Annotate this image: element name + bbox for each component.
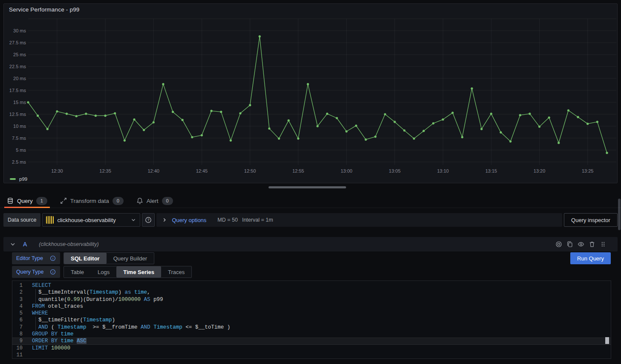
svg-text:10 ms: 10 ms xyxy=(13,124,26,129)
tab-label: Query xyxy=(17,198,33,204)
query-card-header: A (clickhouse-observability) xyxy=(3,237,618,251)
panel-title: Service Performance - p99 xyxy=(9,6,80,13)
legend-series-label[interactable]: p99 xyxy=(19,176,27,182)
code-line-11[interactable]: 11 xyxy=(12,352,611,358)
grafana-panel-edit-view: { "panel": { "title": "Service Performan… xyxy=(0,0,621,364)
query-inspector-button[interactable]: Query inspector xyxy=(564,213,618,227)
drag-handle-icon[interactable] xyxy=(600,241,607,248)
svg-text:i: i xyxy=(52,257,53,260)
code-text: quantile(0.99)(Duration)/1000000 AS p99 xyxy=(23,296,163,303)
line-number: 8 xyxy=(12,331,23,338)
timeseries-panel: 12:3012:3512:4012:4512:5012:5513:0013:05… xyxy=(3,3,618,183)
line-number: 3 xyxy=(12,296,23,303)
svg-text:12:50: 12:50 xyxy=(244,168,256,173)
code-line-5[interactable]: 5WHERE xyxy=(12,310,611,317)
collapse-query-icon[interactable] xyxy=(9,241,16,248)
code-line-6[interactable]: 6 $__timeFilter(Timestamp) xyxy=(12,317,611,324)
legend-series-swatch xyxy=(10,178,16,180)
info-icon[interactable]: i xyxy=(50,255,56,261)
code-text xyxy=(23,352,32,358)
transform-icon xyxy=(60,197,67,204)
code-text: GROUP BY time xyxy=(23,331,74,338)
code-text: WHERE xyxy=(23,310,48,317)
svg-text:i: i xyxy=(52,270,53,274)
run-query-button[interactable]: Run Query xyxy=(570,252,611,264)
tab-count-badge: 1 xyxy=(36,197,47,205)
line-number: 6 xyxy=(12,317,23,324)
info-icon[interactable]: i xyxy=(50,269,56,275)
bell-icon xyxy=(136,197,143,204)
datasource-help-button[interactable]: ? xyxy=(142,213,155,227)
max-data-points-value: MD = 50 xyxy=(217,217,238,223)
code-line-3[interactable]: 3 quantile(0.99)(Duration)/1000000 AS p9… xyxy=(12,296,611,303)
svg-text:17.5 ms: 17.5 ms xyxy=(9,88,26,93)
editor-type-label: Editor Type xyxy=(16,255,43,261)
tab-label: Alert xyxy=(147,198,159,204)
svg-text:12.5 ms: 12.5 ms xyxy=(9,112,26,117)
code-line-7[interactable]: 7 AND ( Timestamp >= $__fromTime AND Tim… xyxy=(12,324,611,331)
query-type-table[interactable]: Table xyxy=(64,266,91,277)
disable-icon[interactable] xyxy=(555,241,562,248)
tab-transform-data[interactable]: Transform data0 xyxy=(58,194,126,208)
latency-chart[interactable]: 12:3012:3512:4012:4512:5012:5513:0013:05… xyxy=(4,4,618,184)
svg-text:5 ms: 5 ms xyxy=(16,147,26,153)
query-options-toggle[interactable]: Query options xyxy=(172,217,206,223)
query-type-label-box: Query Type i xyxy=(12,266,60,278)
query-options-strip: Query options MD = 50 Interval = 1m xyxy=(156,213,562,227)
trash-icon[interactable] xyxy=(589,241,595,248)
code-line-4[interactable]: 4FROM otel_traces xyxy=(12,303,611,310)
query-type-time-series[interactable]: Time Series xyxy=(116,266,161,277)
chart-legend[interactable]: p99 xyxy=(10,176,27,182)
code-text: ORDER BY time ASC xyxy=(23,338,87,344)
code-line-10[interactable]: 10LIMIT 100000 xyxy=(12,345,611,352)
query-ref-id[interactable]: A xyxy=(23,241,27,248)
editor-type-group: SQL EditorQuery Builder xyxy=(64,252,154,264)
code-line-2[interactable]: 2 $__timeInterval(Timestamp) as time, xyxy=(12,289,611,296)
line-number: 2 xyxy=(12,289,23,296)
query-type-row: Query Type i TableLogsTime SeriesTraces xyxy=(12,266,192,278)
svg-text:20 ms: 20 ms xyxy=(13,76,26,81)
svg-text:22.5 ms: 22.5 ms xyxy=(9,64,26,69)
edit-pane-tabs: Query1Transform data0Alert0 xyxy=(0,194,621,208)
help-icon: ? xyxy=(145,217,152,223)
line-number: 7 xyxy=(12,324,23,331)
tab-alert[interactable]: Alert0 xyxy=(134,194,176,208)
tab-query[interactable]: Query1 xyxy=(4,194,50,208)
svg-text:13:15: 13:15 xyxy=(485,168,497,173)
code-line-9[interactable]: 9ORDER BY time ASC xyxy=(12,338,611,344)
code-text: SELECT xyxy=(23,282,51,289)
code-line-8[interactable]: 8GROUP BY time xyxy=(12,331,611,338)
duplicate-icon[interactable] xyxy=(566,241,573,248)
code-line-1[interactable]: 1SELECT xyxy=(12,282,611,289)
editor-type-row: Editor Type i SQL EditorQuery Builder xyxy=(12,252,154,264)
line-number: 11 xyxy=(12,352,23,358)
svg-text:27.5 ms: 27.5 ms xyxy=(9,40,26,45)
query-type-logs[interactable]: Logs xyxy=(91,266,116,277)
line-number: 5 xyxy=(12,310,23,317)
datasource-picker[interactable]: clickhouse-observability xyxy=(42,213,140,227)
editor-type-sql-editor[interactable]: SQL Editor xyxy=(64,253,107,264)
svg-text:13:05: 13:05 xyxy=(389,168,401,173)
svg-text:12:30: 12:30 xyxy=(51,168,63,173)
eye-icon[interactable] xyxy=(578,241,584,248)
sql-code-editor[interactable]: 1SELECT2 $__timeInterval(Timestamp) as t… xyxy=(12,280,611,359)
interval-value: Interval = 1m xyxy=(242,217,273,223)
code-text: AND ( Timestamp >= $__fromTime AND Times… xyxy=(23,324,230,331)
svg-text:30 ms: 30 ms xyxy=(13,28,26,33)
svg-text:7.5 ms: 7.5 ms xyxy=(12,136,26,141)
query-type-traces[interactable]: Traces xyxy=(161,266,191,277)
query-datasource-subtitle: (clickhouse-observability) xyxy=(39,241,98,247)
datasource-picker-value: clickhouse-observability xyxy=(57,217,127,223)
tab-label: Transform data xyxy=(70,198,109,204)
dashboard-horizontal-scrollbar[interactable] xyxy=(269,186,346,188)
svg-text:13:20: 13:20 xyxy=(534,168,546,173)
svg-text:2.5 ms: 2.5 ms xyxy=(12,159,26,165)
line-number: 1 xyxy=(12,282,23,289)
indent-guide xyxy=(35,296,36,303)
chevron-right-icon[interactable] xyxy=(162,217,168,223)
line-number: 9 xyxy=(12,338,23,344)
svg-text:12:45: 12:45 xyxy=(196,168,208,173)
query-type-group: TableLogsTime SeriesTraces xyxy=(64,266,192,278)
line-number: 10 xyxy=(12,345,23,352)
editor-type-query-builder[interactable]: Query Builder xyxy=(107,253,154,264)
